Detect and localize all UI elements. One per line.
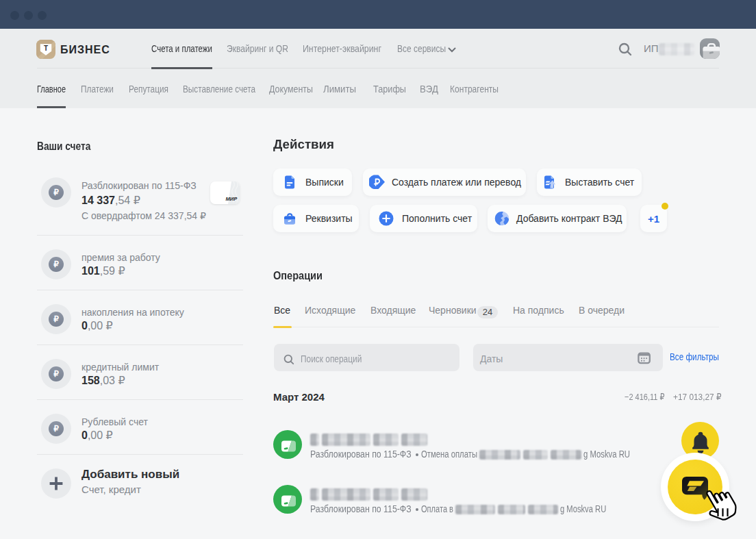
svg-text:МИР: МИР [226,196,238,202]
svg-text:Т: Т [44,45,48,52]
